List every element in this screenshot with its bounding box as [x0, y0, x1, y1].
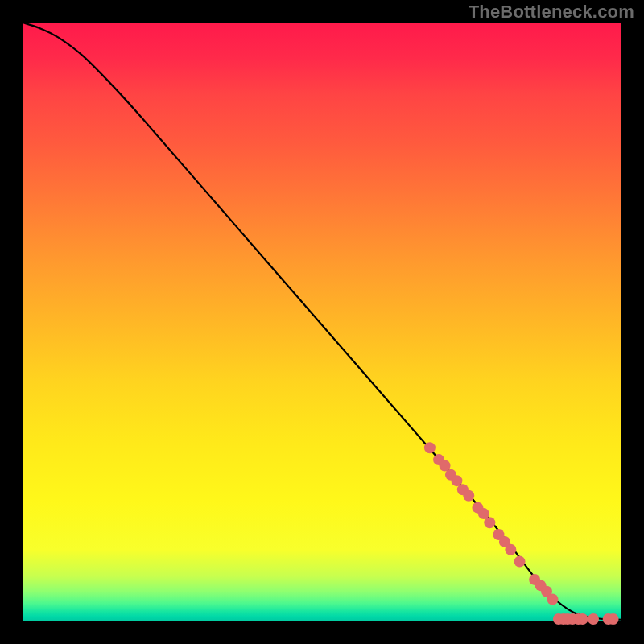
chart-svg: [23, 23, 621, 621]
marker-dot: [514, 556, 526, 568]
marker-dot: [463, 490, 474, 502]
marker-dot: [505, 544, 516, 555]
marker-dot: [424, 442, 436, 453]
markers-group: [424, 442, 619, 625]
plot-area: [23, 23, 621, 621]
marker-dot: [608, 613, 619, 625]
chart-stage: TheBottleneck.com: [0, 0, 644, 644]
series-curve: [23, 23, 621, 620]
marker-dot: [484, 517, 495, 528]
marker-dot: [588, 613, 599, 625]
marker-dot: [547, 593, 558, 605]
marker-dot: [577, 613, 588, 625]
watermark-text: TheBottleneck.com: [469, 2, 634, 23]
